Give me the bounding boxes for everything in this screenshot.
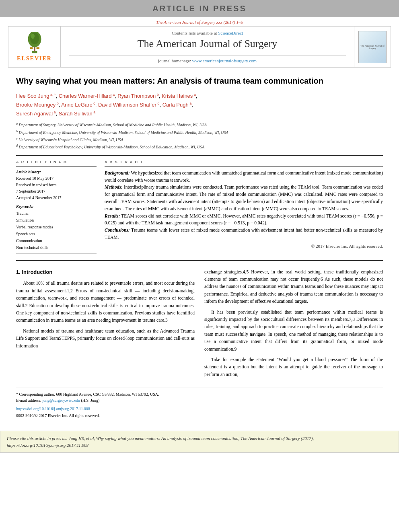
- background-text: We hypothesized that team communication …: [105, 170, 383, 183]
- aff-d: d Department of Educational Psychology, …: [16, 144, 383, 150]
- introduction-two-col: 1. Introduction About 10% of all trauma …: [16, 268, 383, 381]
- results-text: TEAM scores did not correlate with MMC o…: [105, 214, 383, 226]
- article-info-block: Article history: Received 10 May 2017 Re…: [16, 166, 97, 254]
- article-info-col: A R T I C L E I N F O Article history: R…: [16, 160, 97, 254]
- doi-link[interactable]: https://doi.org/10.1016/j.amjsurg.2017.1…: [16, 407, 90, 411]
- email-label: E-mail address:: [16, 398, 41, 403]
- introduction-section: 1. Introduction About 10% of all trauma …: [16, 268, 383, 381]
- author-9: Suresh Agarwal: [16, 111, 53, 117]
- authors-list: Hee Soo Jung a, *, Charles Warner-Hillar…: [16, 92, 383, 118]
- journal-thumbnail: The American Journal of Surgery: [358, 31, 387, 63]
- citation-text: Please cite this article in press as: Ju…: [7, 436, 314, 448]
- author-8-sup: a: [189, 101, 192, 105]
- keyword-3: Verbal response modes: [16, 224, 97, 230]
- author-2: Charles Warner-Hillard: [59, 93, 112, 99]
- author-5-sup: b: [56, 101, 59, 105]
- keyword-2: Simulation: [16, 217, 97, 224]
- footnote-section: * Corresponding author. 600 Highland Ave…: [16, 388, 383, 419]
- background-label: Background:: [105, 170, 130, 175]
- svg-rect-5: [30, 47, 33, 49]
- author-10: Sarah Sullivan: [59, 111, 93, 117]
- methods-text: Interdisciplinary trauma simulations wer…: [105, 185, 383, 211]
- keyword-5: Communication: [16, 237, 97, 244]
- author-7-sup: d: [156, 101, 160, 105]
- journal-title: The American Journal of Surgery: [138, 38, 278, 50]
- svg-rect-1: [34, 47, 35, 52]
- email-name: (H.S. Jung).: [81, 398, 100, 403]
- corresponding-label: * Corresponding author.: [16, 392, 55, 396]
- article-info-label: A R T I C L E I N F O: [16, 160, 97, 164]
- abstract-label: A B S T R A C T: [105, 160, 383, 164]
- journal-link-bar: The American Journal of Surgery xxx (201…: [0, 17, 399, 26]
- author-8: Carla Pugh: [162, 102, 189, 108]
- keyword-4: Speech acts: [16, 230, 97, 237]
- author-9-sup: a: [53, 110, 56, 114]
- elsevier-logo: ELSEVIER: [17, 32, 52, 62]
- header-divider: [69, 55, 346, 56]
- keywords-list: Trauma Simulation Verbal response modes …: [16, 210, 97, 251]
- issn-line: 0002-9610/© 2017 Elsevier Inc. All right…: [16, 413, 383, 419]
- conclusions-text: Trauma teams with lower rates of mixed m…: [105, 228, 383, 240]
- intro-heading: 1. Introduction: [16, 268, 195, 277]
- affiliations: a Department of Surgery, University of W…: [16, 121, 383, 150]
- article-title: Why saying what you mean matters: An ana…: [16, 76, 383, 86]
- intro-p4: It has been previously established that …: [204, 308, 383, 353]
- author-4: Krista Haines: [162, 93, 193, 99]
- history-label: Article history:: [16, 170, 97, 174]
- main-divider: [16, 155, 383, 156]
- corresponding-address: 600 Highland Avenue, CSC G5/332, Madison…: [56, 392, 159, 396]
- svg-point-4: [31, 34, 34, 39]
- intro-p5: Take for example the statement "Would yo…: [204, 356, 383, 378]
- aff-a: a Department of Surgery, University of W…: [16, 121, 383, 128]
- results-label: Results:: [105, 214, 120, 218]
- intro-p2: National models of trauma and healthcare…: [16, 327, 195, 349]
- abstract-text: Background: We hypothesized that team co…: [105, 170, 383, 241]
- author-6: Anne LeGare: [61, 102, 92, 108]
- sciencedirect-link[interactable]: ScienceDirect: [218, 31, 243, 35]
- author-6-sup: c: [93, 101, 95, 105]
- svg-point-3: [30, 33, 39, 44]
- journal-info-center: Contents lists available at ScienceDirec…: [61, 27, 354, 67]
- copyright-line: © 2017 Elsevier Inc. All rights reserved…: [105, 244, 383, 249]
- email-line: E-mail address: jung@surgery.wisc.edu (H…: [16, 397, 383, 403]
- article-in-press-banner: ARTICLE IN PRESS: [0, 0, 399, 17]
- main-content: Why saying what you mean matters: An ana…: [0, 68, 399, 427]
- banner-text: ARTICLE IN PRESS: [152, 4, 247, 13]
- author-2-sup: a: [111, 92, 115, 97]
- keyword-1: Trauma: [16, 210, 97, 217]
- keywords-label: Keywords:: [16, 204, 97, 209]
- thumbnail-label: The American Journal of Surgery: [360, 45, 385, 49]
- conclusions-label: Conclusions:: [105, 228, 130, 232]
- journal-thumbnail-section: The American Journal of Surgery: [354, 27, 391, 67]
- intro-p3: exchange strategies.4,5 However, in the …: [204, 268, 383, 305]
- intro-p1: About 10% of all trauma deaths are relat…: [16, 279, 195, 324]
- intro-col-left: 1. Introduction About 10% of all trauma …: [16, 268, 195, 381]
- citation-bar: Please cite this article in press as: Ju…: [0, 431, 399, 453]
- elsevier-logo-section: ELSEVIER: [8, 27, 61, 67]
- accepted-date: Accepted 4 November 2017: [16, 195, 61, 200]
- abstract-block: Background: We hypothesized that team co…: [105, 166, 383, 249]
- info-abstract-section: A R T I C L E I N F O Article history: R…: [16, 160, 383, 254]
- aff-c: c University of Wisconsin Hospital and C…: [16, 136, 383, 143]
- body-divider: [16, 260, 383, 261]
- keyword-6: Non-technical skills: [16, 244, 97, 251]
- aff-b: b Department of Emergency Medicine, Univ…: [16, 129, 383, 136]
- elsevier-tree-icon: [21, 32, 49, 54]
- elsevier-text: ELSEVIER: [17, 55, 52, 62]
- author-5: Brooke Moungey: [16, 102, 56, 108]
- author-3-sup: b: [156, 92, 159, 97]
- revised-date: 7 September 2017: [16, 189, 45, 193]
- journal-header: ELSEVIER Contents lists available at Sci…: [8, 26, 391, 68]
- article-dates: Received 10 May 2017 Received in revised…: [16, 175, 97, 201]
- author-10-sup: a: [93, 110, 96, 114]
- email-link[interactable]: jung@surgery.wisc.edu: [42, 398, 80, 403]
- methods-label: Methods:: [105, 185, 123, 189]
- abstract-col: A B S T R A C T Background: We hypothesi…: [105, 160, 383, 254]
- revised-label: Received in revised form: [16, 183, 57, 187]
- journal-link[interactable]: The American Journal of Surgery xxx (201…: [156, 20, 243, 25]
- contents-line: Contents lists available at ScienceDirec…: [172, 31, 243, 35]
- homepage-line: journal homepage: www.americanjournalofs…: [158, 58, 257, 63]
- svg-rect-6: [36, 47, 39, 49]
- homepage-link[interactable]: www.americanjournalofsurgery.com: [192, 58, 257, 63]
- author-1-sup: a, *: [49, 92, 56, 97]
